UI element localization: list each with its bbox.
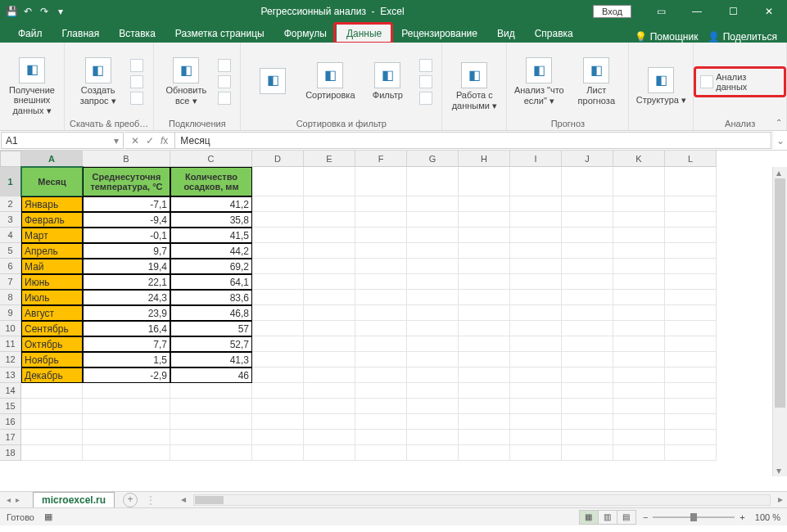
cell-L14[interactable] bbox=[665, 383, 717, 399]
cell-E13[interactable] bbox=[304, 367, 355, 383]
cell-B18[interactable] bbox=[83, 445, 170, 461]
col-header-E[interactable]: E bbox=[304, 151, 355, 167]
row-header-10[interactable]: 10 bbox=[0, 321, 21, 336]
cell-I7[interactable] bbox=[510, 274, 562, 290]
cell-B1[interactable]: Среднесуточня температура, °C bbox=[83, 167, 170, 196]
cell-C6[interactable]: 69,2 bbox=[170, 259, 252, 274]
cell-J8[interactable] bbox=[562, 290, 613, 305]
cell-I10[interactable] bbox=[510, 321, 562, 336]
cell-H8[interactable] bbox=[459, 290, 510, 305]
cell-B17[interactable] bbox=[83, 430, 170, 445]
cell-B5[interactable]: 9,7 bbox=[83, 243, 170, 259]
cell-C1[interactable]: Количество осадков, мм bbox=[170, 167, 252, 196]
col-header-J[interactable]: J bbox=[562, 151, 613, 167]
cell-J11[interactable] bbox=[562, 336, 613, 352]
cell-B11[interactable]: 7,7 bbox=[83, 336, 170, 352]
select-all-corner[interactable] bbox=[0, 151, 21, 167]
cell-E4[interactable] bbox=[304, 228, 355, 243]
cell-K15[interactable] bbox=[613, 399, 665, 414]
cell-F1[interactable] bbox=[355, 167, 407, 196]
cell-L15[interactable] bbox=[665, 399, 717, 414]
cell-F18[interactable] bbox=[355, 445, 407, 461]
cell-C10[interactable]: 57 bbox=[170, 321, 252, 336]
cell-J16[interactable] bbox=[562, 414, 613, 430]
col-header-B[interactable]: B bbox=[83, 151, 170, 167]
cell-C17[interactable] bbox=[170, 430, 252, 445]
cell-C8[interactable]: 83,6 bbox=[170, 290, 252, 305]
sheet-nav[interactable]: ◂▸ bbox=[0, 495, 26, 504]
horizontal-scrollbar[interactable]: ◂ ▸ bbox=[193, 494, 771, 506]
tab-главная[interactable]: Главная bbox=[52, 25, 110, 43]
row-header-4[interactable]: 4 bbox=[0, 228, 21, 243]
normal-view-button[interactable]: ▦ bbox=[579, 510, 599, 525]
cell-A2[interactable]: Январь bbox=[21, 196, 83, 212]
cell-grid[interactable]: МесяцСреднесуточня температура, °CКоличе… bbox=[21, 167, 772, 476]
cell-C15[interactable] bbox=[170, 399, 252, 414]
tab-разметка страницы[interactable]: Разметка страницы bbox=[165, 25, 274, 43]
row-header-16[interactable]: 16 bbox=[0, 414, 21, 430]
col-header-H[interactable]: H bbox=[459, 151, 510, 167]
cell-L11[interactable] bbox=[665, 336, 717, 352]
sort-button[interactable]: ◧Сортировка bbox=[303, 62, 357, 101]
cell-G15[interactable] bbox=[407, 399, 459, 414]
row-header-3[interactable]: 3 bbox=[0, 212, 21, 228]
cell-C12[interactable]: 41,3 bbox=[170, 352, 252, 367]
cell-F11[interactable] bbox=[355, 336, 407, 352]
cell-L8[interactable] bbox=[665, 290, 717, 305]
cell-B12[interactable]: 1,5 bbox=[83, 352, 170, 367]
cell-A12[interactable]: Ноябрь bbox=[21, 352, 83, 367]
cell-J15[interactable] bbox=[562, 399, 613, 414]
cell-B13[interactable]: -2,9 bbox=[83, 367, 170, 383]
cell-D13[interactable] bbox=[252, 367, 304, 383]
cell-E17[interactable] bbox=[304, 430, 355, 445]
cell-C2[interactable]: 41,2 bbox=[170, 196, 252, 212]
col-header-G[interactable]: G bbox=[407, 151, 459, 167]
cell-H1[interactable] bbox=[459, 167, 510, 196]
data-analysis-button[interactable]: Анализ данных bbox=[699, 71, 781, 92]
tab-рецензирование[interactable]: Рецензирование bbox=[391, 25, 487, 43]
cell-F17[interactable] bbox=[355, 430, 407, 445]
cell-K3[interactable] bbox=[613, 212, 665, 228]
cell-K14[interactable] bbox=[613, 383, 665, 399]
tell-me[interactable]: 💡 Помощник bbox=[635, 31, 698, 43]
row-header-18[interactable]: 18 bbox=[0, 445, 21, 461]
small-button[interactable] bbox=[216, 91, 235, 106]
cell-G6[interactable] bbox=[407, 259, 459, 274]
save-icon[interactable]: 💾 bbox=[5, 5, 18, 18]
cell-K13[interactable] bbox=[613, 367, 665, 383]
cell-L12[interactable] bbox=[665, 352, 717, 367]
cell-K16[interactable] bbox=[613, 414, 665, 430]
row-header-9[interactable]: 9 bbox=[0, 305, 21, 321]
cell-D14[interactable] bbox=[252, 383, 304, 399]
cell-H18[interactable] bbox=[459, 445, 510, 461]
cell-J7[interactable] bbox=[562, 274, 613, 290]
col-header-K[interactable]: K bbox=[613, 151, 665, 167]
cell-I3[interactable] bbox=[510, 212, 562, 228]
cell-K12[interactable] bbox=[613, 352, 665, 367]
cell-G5[interactable] bbox=[407, 243, 459, 259]
cell-E18[interactable] bbox=[304, 445, 355, 461]
cell-C3[interactable]: 35,8 bbox=[170, 212, 252, 228]
cell-E2[interactable] bbox=[304, 196, 355, 212]
cell-G8[interactable] bbox=[407, 290, 459, 305]
cell-D7[interactable] bbox=[252, 274, 304, 290]
cell-K9[interactable] bbox=[613, 305, 665, 321]
cell-H12[interactable] bbox=[459, 352, 510, 367]
maximize-icon[interactable]: ☐ bbox=[715, 0, 751, 23]
cell-E14[interactable] bbox=[304, 383, 355, 399]
cell-L2[interactable] bbox=[665, 196, 717, 212]
cell-J4[interactable] bbox=[562, 228, 613, 243]
cell-B6[interactable]: 19,4 bbox=[83, 259, 170, 274]
cell-H7[interactable] bbox=[459, 274, 510, 290]
cell-E16[interactable] bbox=[304, 414, 355, 430]
cell-I9[interactable] bbox=[510, 305, 562, 321]
macro-record-icon[interactable]: ▦ bbox=[44, 512, 52, 522]
collapse-ribbon-icon[interactable]: ⌃ bbox=[776, 118, 782, 127]
cell-J10[interactable] bbox=[562, 321, 613, 336]
share-button[interactable]: 👤 Поделиться bbox=[708, 31, 777, 43]
cell-F16[interactable] bbox=[355, 414, 407, 430]
cell-A15[interactable] bbox=[21, 399, 83, 414]
cell-K11[interactable] bbox=[613, 336, 665, 352]
cell-A3[interactable]: Февраль bbox=[21, 212, 83, 228]
cell-K2[interactable] bbox=[613, 196, 665, 212]
